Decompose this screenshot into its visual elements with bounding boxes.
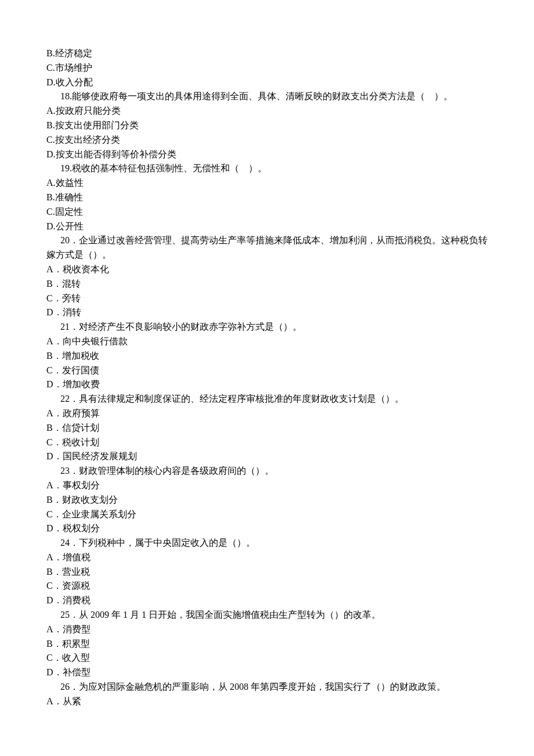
q25-option-d: D．补偿型 — [46, 665, 488, 680]
q21-option-b: B．增加税收 — [46, 349, 488, 363]
q24-option-c: C．资源税 — [46, 579, 488, 593]
q18-stem: 18.能够使政府每一项支出的具体用途得到全面、具体、清晰反映的财政支出分类方法是… — [46, 89, 488, 104]
q20-option-b: B．混转 — [46, 277, 488, 291]
q26-option-a: A．从紧 — [46, 694, 488, 709]
q26-stem: 26．为应对国际金融危机的严重影响，从 2008 年第四季度开始，我国实行了（）… — [46, 680, 488, 694]
q25-stem: 25．从 2009 年 1 月 1 日开始，我国全面实施增值税由生产型转为（）的… — [46, 608, 488, 622]
q20-stem: 20．企业通过改善经营管理、提高劳动生产率等措施来降低成本、增加利润，从而抵消税… — [46, 233, 488, 262]
q21-option-a: A．向中央银行借款 — [46, 334, 488, 349]
q17-option-b: B.经济稳定 — [46, 46, 488, 61]
q17-option-c: C.市场维护 — [46, 61, 488, 75]
q20-option-a: A．税收资本化 — [46, 262, 488, 277]
q25-option-c: C．收入型 — [46, 651, 488, 665]
q22-option-a: A．政府预算 — [46, 406, 488, 421]
q19-stem: 19.税收的基本特征包括强制性、无偿性和（ ）。 — [46, 161, 488, 176]
q23-option-a: A．事权划分 — [46, 478, 488, 493]
q18-option-b: B.按支出使用部门分类 — [46, 118, 488, 133]
q22-option-d: D．国民经济发展规划 — [46, 449, 488, 464]
q21-option-d: D．增加收费 — [46, 377, 488, 392]
q19-option-a: A.效益性 — [46, 176, 488, 190]
q21-stem: 21．对经济产生不良影响较小的财政赤字弥补方式是（）。 — [46, 320, 488, 334]
q24-stem: 24．下列税种中，属于中央固定收入的是（）。 — [46, 536, 488, 550]
q23-option-b: B．财政收支划分 — [46, 493, 488, 507]
q24-option-b: B．营业税 — [46, 565, 488, 579]
q18-option-c: C.按支出经济分类 — [46, 133, 488, 147]
q24-option-d: D．消费税 — [46, 593, 488, 608]
q19-option-d: D.公开性 — [46, 219, 488, 234]
q24-option-a: A．增值税 — [46, 550, 488, 565]
q17-option-d: D.收入分配 — [46, 75, 488, 90]
q25-option-a: A．消费型 — [46, 622, 488, 637]
q22-option-b: B．信贷计划 — [46, 421, 488, 435]
q18-option-d: D.按支出能否得到等价补偿分类 — [46, 147, 488, 162]
q23-option-c: C．企业隶属关系划分 — [46, 507, 488, 522]
q20-option-d: D．消转 — [46, 305, 488, 320]
q22-option-c: C．税收计划 — [46, 435, 488, 450]
q21-option-c: C．发行国债 — [46, 363, 488, 378]
q25-option-b: B．积累型 — [46, 637, 488, 651]
q22-stem: 22．具有法律规定和制度保证的、经法定程序审核批准的年度财政收支计划是（）。 — [46, 392, 488, 406]
q19-option-c: C.固定性 — [46, 205, 488, 219]
q19-option-b: B.准确性 — [46, 190, 488, 205]
q20-option-c: C．旁转 — [46, 291, 488, 306]
q23-option-d: D．税权划分 — [46, 521, 488, 536]
q18-option-a: A.按政府只能分类 — [46, 104, 488, 118]
q23-stem: 23．财政管理体制的核心内容是各级政府间的（）。 — [46, 464, 488, 478]
